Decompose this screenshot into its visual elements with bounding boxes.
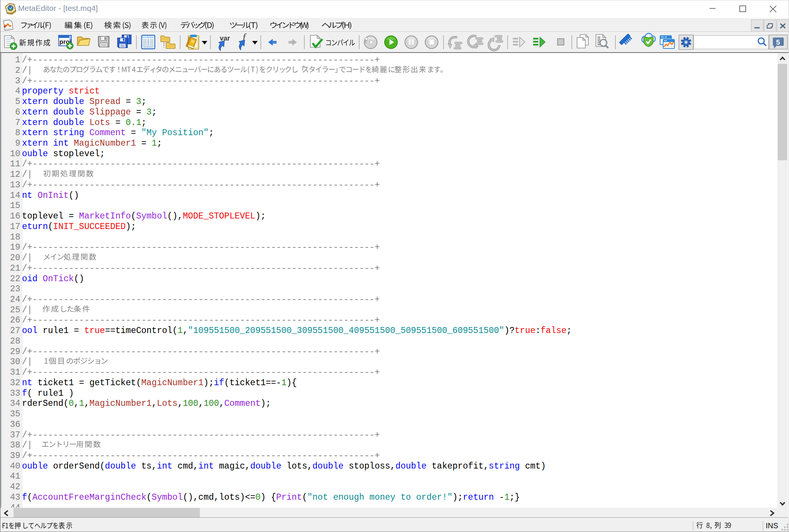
- svg-text:5: 5: [776, 38, 780, 46]
- svg-text:var: var: [220, 35, 230, 42]
